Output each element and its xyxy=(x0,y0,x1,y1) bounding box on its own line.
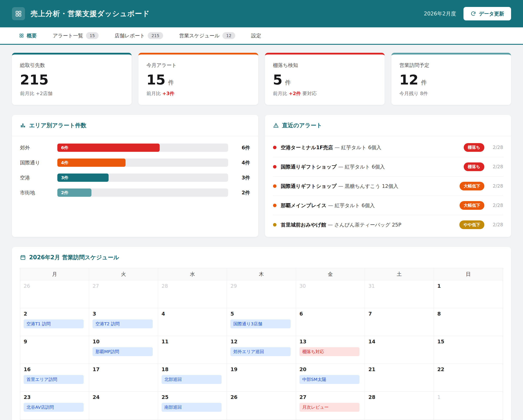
alert-list-item[interactable]: 国際通りギフトショップ — 黒糖ちんすこう 12個入大幅低下2/28 xyxy=(273,177,503,196)
calendar-day-cell[interactable]: 20中部SM太陽 xyxy=(296,364,365,392)
kpi-value: 15 xyxy=(146,72,165,88)
bar-category-label: 市街地 xyxy=(20,189,53,196)
refresh-data-button[interactable]: データ更新 xyxy=(464,7,511,20)
calendar-event-visit[interactable]: 国際通り3店舗 xyxy=(230,319,290,328)
calendar-event-alert[interactable]: 棚落ち対応 xyxy=(300,347,360,356)
refresh-label: データ更新 xyxy=(479,10,504,17)
calendar-day-cell[interactable]: 5国際通り3店舗 xyxy=(227,308,296,336)
alert-date: 2/28 xyxy=(489,184,503,189)
calendar-day-cell[interactable]: 9 xyxy=(20,336,89,364)
calendar-day-cell[interactable]: 28 xyxy=(158,280,227,308)
area-alert-chart-panel: エリア別アラート件数 郊外6件6件国際通り4件4件空港3件3件市街地2件2件 xyxy=(12,115,258,237)
alert-list-item[interactable]: 空港ターミナル1F売店 — 紅芋タルト 6個入棚落ち2/28 xyxy=(273,138,503,157)
day-number: 20 xyxy=(300,367,361,372)
alert-list-item[interactable]: 国際通りギフトショップ — 紅芋タルト 6個入棚落ち2/28 xyxy=(273,157,503,177)
calendar-day-cell[interactable]: 27月次レビュー xyxy=(296,392,365,419)
kpi-label: 棚落ち検知 xyxy=(273,62,377,69)
bar-value-chip: 3件 xyxy=(57,175,68,181)
calendar-event-visit[interactable]: 北部巡回 xyxy=(162,375,221,384)
calendar-event-visit[interactable]: 中部SM太陽 xyxy=(300,375,360,384)
calendar-event-visit[interactable]: 首里エリア訪問 xyxy=(24,375,84,384)
calendar-day-cell[interactable]: 16首里エリア訪問 xyxy=(20,364,89,392)
calendar-day-cell[interactable]: 25南部巡回 xyxy=(158,392,227,419)
calendar-day-cell[interactable]: 12郊外エリア巡回 xyxy=(227,336,296,364)
calendar-day-cell[interactable]: 28 xyxy=(365,392,434,419)
bar-category-label: 国際通り xyxy=(20,159,53,166)
kpi-subtext: 前月比 +2件 要対応 xyxy=(273,90,377,97)
app-header: 売上分析・営業支援ダッシュボード 2026年2月度 データ更新 xyxy=(0,0,523,27)
alert-list-item[interactable]: 那覇メインプレイス — 紅芋タルト 6個入大幅低下2/28 xyxy=(273,196,503,215)
day-number: 21 xyxy=(368,367,430,372)
main-content: 総取引先数215前月比 +2店舗今月アラート15件前月比 +3件棚落ち検知5件前… xyxy=(0,45,523,420)
calendar-day-cell[interactable]: 1 xyxy=(434,280,503,308)
calendar-day-cell[interactable]: 7 xyxy=(365,308,434,336)
weekday-header: 金 xyxy=(296,268,365,280)
calendar-day-cell[interactable]: 10那覇MP訪問 xyxy=(89,336,158,364)
bar-row: 市街地2件2件 xyxy=(20,188,250,197)
kpi-value-row: 12件 xyxy=(400,72,503,88)
calendar-event-visit[interactable]: 空港T2 訪問 xyxy=(92,319,153,328)
calendar-day-cell[interactable]: 30 xyxy=(296,280,365,308)
calendar-day-cell[interactable]: 13棚落ち対応 xyxy=(296,336,365,364)
tab-alerts[interactable]: アラート一覧15 xyxy=(53,32,98,39)
calendar-day-cell[interactable]: 6 xyxy=(296,308,365,336)
alert-text: 那覇メインプレイス — 紅芋タルト 6個入 xyxy=(281,202,456,209)
tab-settings[interactable]: 設定 xyxy=(251,32,261,39)
calendar-day-cell[interactable]: 29 xyxy=(227,280,296,308)
middle-panels: エリア別アラート件数 郊外6件6件国際通り4件4件空港3件3件市街地2件2件 直… xyxy=(12,115,511,237)
kpi-subtext: 前月比 +2店舗 xyxy=(20,90,123,97)
kpi-unit: 件 xyxy=(285,79,291,86)
calendar-event-visit[interactable]: 那覇MP訪問 xyxy=(92,347,153,356)
kpi-cards: 総取引先数215前月比 +2店舗今月アラート15件前月比 +3件棚落ち検知5件前… xyxy=(12,53,511,105)
calendar-day-cell[interactable]: 31 xyxy=(365,280,434,308)
calendar-day-cell[interactable]: 15 xyxy=(434,336,503,364)
calendar-day-cell[interactable]: 11 xyxy=(158,336,227,364)
alert-list-item[interactable]: 首里城前おみやげ館 — さんぴん茶ティーバッグ 25Pやや低下2/28 xyxy=(273,215,503,234)
day-number: 15 xyxy=(437,339,499,344)
calendar-day-cell[interactable]: 17 xyxy=(89,364,158,392)
calendar-day-cell[interactable]: 21 xyxy=(365,364,434,392)
calendar-day-cell[interactable]: 4 xyxy=(158,308,227,336)
day-number: 24 xyxy=(92,394,154,400)
calendar-day-cell[interactable]: 22 xyxy=(434,364,503,392)
period-label: 2026年2月度 xyxy=(424,10,456,17)
kpi-card-planned-visits: 営業訪問予定12件今月残り 8件 xyxy=(391,53,511,105)
calendar-event-alert[interactable]: 月次レビュー xyxy=(300,403,360,412)
tab-store-reports[interactable]: 店舗レポート215 xyxy=(115,32,163,39)
tab-label: 概要 xyxy=(27,32,37,39)
chart-panel-title: エリア別アラート件数 xyxy=(29,122,86,129)
alert-separator: — xyxy=(338,164,343,170)
calendar-day-cell[interactable]: 19 xyxy=(227,364,296,392)
calendar-event-visit[interactable]: 郊外エリア巡回 xyxy=(230,347,290,356)
day-number: 22 xyxy=(437,367,499,372)
kpi-sub-highlight: +2件 xyxy=(289,91,301,96)
kpi-value: 5 xyxy=(273,72,283,88)
bar-fill: 6件 xyxy=(57,144,160,152)
calendar-event-visit[interactable]: 南部巡回 xyxy=(162,403,221,412)
bar-track: 6件 xyxy=(57,144,228,152)
tab-sales-schedule[interactable]: 営業スケジュール12 xyxy=(179,32,235,39)
calendar-event-visit[interactable]: 北谷AV店訪問 xyxy=(24,403,84,412)
calendar-title: 2026年2月 営業訪問スケジュール xyxy=(29,254,119,261)
calendar-day-cell[interactable]: 26 xyxy=(227,392,296,419)
app-logo-icon xyxy=(12,7,25,20)
calendar-day-cell[interactable]: 18北部巡回 xyxy=(158,364,227,392)
calendar-day-cell[interactable]: 1 xyxy=(434,392,503,419)
alert-status-badge: 大幅低下 xyxy=(460,201,484,210)
calendar-day-cell[interactable]: 8 xyxy=(434,308,503,336)
calendar-event-visit[interactable]: 空港T1 訪問 xyxy=(24,319,84,328)
calendar-day-cell[interactable]: 27 xyxy=(89,280,158,308)
calendar-day-cell[interactable]: 26 xyxy=(20,280,89,308)
day-number: 31 xyxy=(368,283,430,289)
calendar-day-cell[interactable]: 24 xyxy=(89,392,158,419)
weekday-header: 月 xyxy=(20,268,89,280)
calendar-day-cell[interactable]: 3空港T2 訪問 xyxy=(89,308,158,336)
warning-triangle-icon xyxy=(273,122,279,128)
tab-overview[interactable]: 概要 xyxy=(19,32,37,39)
calendar-day-cell[interactable]: 14 xyxy=(365,336,434,364)
calendar-icon xyxy=(20,255,26,260)
grid-icon xyxy=(19,33,24,38)
calendar-day-cell[interactable]: 23北谷AV店訪問 xyxy=(20,392,89,419)
alert-separator: — xyxy=(328,222,333,228)
calendar-day-cell[interactable]: 2空港T1 訪問 xyxy=(20,308,89,336)
